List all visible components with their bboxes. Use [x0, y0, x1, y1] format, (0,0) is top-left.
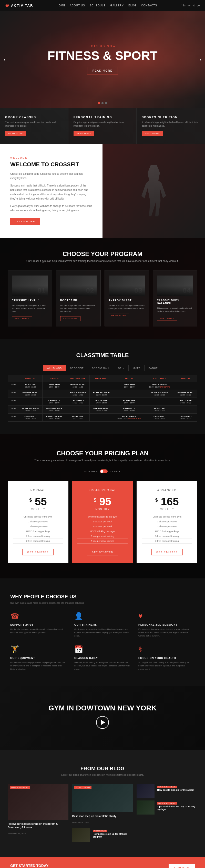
- schedule-row-time: 14:00: [8, 398, 19, 406]
- logo-text: ACTIVITAR: [11, 4, 33, 7]
- tab-dance[interactable]: DANCE: [144, 365, 162, 371]
- feature-cta-2[interactable]: READ MORE: [74, 131, 94, 136]
- tab-mutt[interactable]: MUTT: [129, 365, 144, 371]
- tab-spin[interactable]: SPIN: [114, 365, 129, 371]
- hero-dot-3[interactable]: [105, 102, 107, 104]
- nav-contacts[interactable]: CONTACTS: [141, 4, 157, 7]
- schedule-cell: [42, 390, 66, 398]
- plan-cta-pro[interactable]: GET STARTED: [87, 549, 118, 555]
- blog-small-title-5[interactable]: Tips: Antibiotic One Day To 10 Day Syrin…: [157, 805, 197, 811]
- program-cta-3[interactable]: READ MORE: [109, 313, 129, 318]
- plan-price-normal: $ 55: [29, 496, 47, 508]
- schedule-cell: MUAY THAI10:00 - 11:00: [113, 382, 145, 390]
- why-item-text-equipment: Our state-of-the-art equipment will help…: [10, 661, 67, 671]
- nav-schedule[interactable]: SCHEDULE: [90, 4, 106, 7]
- program-card-text-1: Ruthless program that gives you what you…: [12, 304, 48, 313]
- why-item-sessions: ♥ PERSONALIZED SESSIONS Personalized fit…: [138, 612, 195, 638]
- blog-small-card-5: GYM & FITNESS Tips: Antibiotic One Day T…: [136, 801, 197, 814]
- social-facebook[interactable]: f: [180, 4, 181, 7]
- welcome-cta-button[interactable]: LEARN MORE: [10, 218, 40, 225]
- plan-feature-n-1: Unlimited access to the gym: [13, 515, 63, 519]
- social-instagram[interactable]: in: [183, 4, 185, 7]
- hero-dot-2[interactable]: [101, 102, 104, 104]
- play-button[interactable]: [96, 716, 109, 729]
- gym-location-content: GYM IN DOWTOWN NEW YORK: [48, 704, 157, 733]
- classtime-section: CLASSTIME TABLE ALL CLASS CROSSFIT CARDI…: [0, 339, 205, 434]
- blog-small-title-4[interactable]: How people sign up for Instagram: [157, 789, 194, 792]
- schedule-cell: CROSSFIT 114:00 - 15:00: [42, 398, 66, 406]
- program-cta-2[interactable]: READ MORE: [60, 316, 80, 321]
- cta-button[interactable]: SIGN NOW: [169, 864, 195, 868]
- schedule-table: MONDAY TUESDAY WEDNESDAY THURSDAY FRIDAY…: [8, 375, 197, 422]
- feature-content-3: SPORTS NUTRITION A balance brings a righ…: [142, 116, 200, 136]
- blog-card-title-2[interactable]: Base man step up his athletic ability: [72, 814, 133, 818]
- hero-cta-button[interactable]: READ MORE: [87, 67, 118, 74]
- hero-next-arrow[interactable]: ›: [199, 57, 201, 62]
- cta-left: GET STARTED TODAY Our gym program is per…: [10, 864, 101, 868]
- nav-gallery[interactable]: GALLERY: [110, 4, 124, 7]
- blog-card-title-large[interactable]: Follow our classes string on Instagram &…: [8, 822, 69, 829]
- blog-small-card-4: GYM & FITNESS How people sign up for Ins…: [136, 784, 197, 798]
- welcome-title: WELCOME TO CROSSFIT: [10, 161, 92, 168]
- plan-amount-pro: 95: [99, 496, 111, 507]
- plan-price-advanced: $ 165: [155, 496, 179, 508]
- blog-small-title-3[interactable]: How people sign up for affiliate program: [93, 833, 133, 839]
- program-card-title-3: ENERGY BLAST: [109, 299, 145, 302]
- plan-features-normal: Unlimited access to the gym 1 classes pe…: [13, 515, 63, 544]
- schedule-cell: BELLY DANCE10:00 - 11:00CROSSFIT 1: [145, 382, 174, 390]
- blog-card-2: STRETCHING Base man step up his athletic…: [72, 784, 133, 824]
- program-cta-4[interactable]: READ MORE: [157, 316, 177, 321]
- nav-home[interactable]: HOME: [57, 4, 65, 7]
- blog-card-meta-large: November 29, 2023: [8, 832, 26, 835]
- tab-cardio-ball[interactable]: CARDIO BALL: [88, 365, 114, 371]
- feature-cta-3[interactable]: READ MORE: [142, 131, 162, 136]
- plan-feature-p-3: 2 classes per week: [77, 524, 128, 529]
- schedule-cell: BOOTCAMP14:00 - 15:00: [174, 398, 197, 406]
- logo[interactable]: ⊕ ACTIVITAR: [5, 3, 33, 8]
- social-google[interactable]: g+: [197, 4, 200, 7]
- welcome-text: WELCOME WELCOME TO CROSSFIT CrossFit is …: [0, 144, 103, 238]
- tab-all-class[interactable]: ALL CLASS: [43, 365, 66, 371]
- feature-text-3: A balance brings a right to be healthy a…: [142, 121, 200, 128]
- nav-about[interactable]: ABOUT US: [70, 4, 85, 7]
- schedule-cell: [90, 382, 113, 390]
- plan-name-advanced: ADVANCED: [142, 489, 192, 492]
- plan-cta-advanced[interactable]: GET STARTED: [151, 549, 183, 555]
- tab-crossfit[interactable]: CROSSFIT: [66, 365, 88, 371]
- why-item-title-sessions: PERSONALIZED SESSIONS: [138, 623, 195, 626]
- blog-small-image-3: [72, 828, 90, 842]
- why-item-trainers: 👤 OUR TRAINERS Our trainers are excellen…: [74, 612, 131, 638]
- classtime-title: CLASSTIME TABLE: [8, 352, 197, 359]
- feature-cta-1[interactable]: READ MORE: [5, 131, 26, 136]
- pricing-section: CHOOSE YOUR PRICING PLAN There are many …: [0, 434, 205, 579]
- plan-period-advanced: MONTHLY: [142, 508, 192, 510]
- program-card-title-2: BOOTCAMP: [60, 299, 97, 302]
- social-youtube[interactable]: yt: [193, 4, 195, 7]
- schedule-header-thu: THURSDAY: [90, 375, 113, 382]
- schedule-row-time: 16:00: [8, 406, 19, 414]
- hero-title: FITNESS & SPORT: [47, 50, 157, 62]
- feature-title-2: PERSONAL TRAINING: [74, 116, 131, 119]
- hero-prev-arrow[interactable]: ‹: [4, 57, 6, 62]
- social-twitter[interactable]: tw: [187, 4, 190, 7]
- plan-cta-normal[interactable]: GET STARTED: [22, 549, 54, 555]
- logo-icon: ⊕: [5, 3, 9, 8]
- program-num-1: 01: [38, 286, 46, 295]
- plan-amount-advanced: 165: [161, 496, 179, 507]
- program-card-4: 04 CLASSIC BODY BALANCE This program is …: [153, 270, 197, 327]
- schedule-row-time: 12:00: [8, 390, 19, 398]
- pricing-card-advanced: ADVANCED $ 165 MONTHLY Unlimited access …: [136, 481, 197, 563]
- feature-text-2: Drop through a sixty-session during the …: [74, 121, 131, 128]
- plan-feature-n-4: FREE drinking package: [13, 529, 63, 534]
- program-cta-1[interactable]: READ MORE: [12, 316, 32, 321]
- blog-small-card-3: NUTRITION How people sign up for affilia…: [72, 828, 133, 842]
- toggle-switch[interactable]: [100, 469, 108, 473]
- program-title: CHOOSE YOUR PROGRAM: [8, 250, 197, 258]
- blog-card-meta-2: November 8, 2023: [72, 821, 89, 824]
- why-item-classes: 📅 CLASSES DAILY Whether you're looking f…: [74, 645, 131, 671]
- program-card-3: 03 ENERGY BLAST We like this class every…: [105, 270, 149, 327]
- play-arrow-icon: [101, 720, 105, 725]
- hero-dot-1[interactable]: [98, 102, 100, 104]
- nav-blog[interactable]: BLOG: [128, 4, 136, 7]
- schedule-row-time: 18:00: [8, 414, 19, 422]
